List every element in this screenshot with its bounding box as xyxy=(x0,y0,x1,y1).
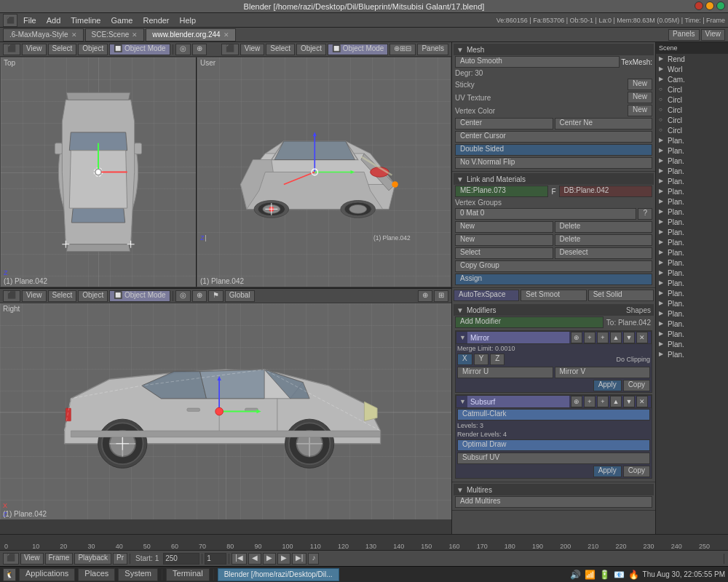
minimize-button[interactable] xyxy=(705,1,714,10)
vp-right-icon1[interactable]: ⬛ xyxy=(221,44,239,55)
tab-close-scene[interactable]: ✕ xyxy=(132,31,138,39)
assign-btn[interactable]: Assign xyxy=(455,274,652,285)
mirror-icon2[interactable]: + xyxy=(584,332,596,343)
taskbar-sysbtn2[interactable]: 📶 xyxy=(585,569,596,581)
outliner-item[interactable]: ○Circl xyxy=(656,84,728,95)
menu-render[interactable]: Render xyxy=(138,15,173,26)
menu-game[interactable]: Game xyxy=(106,15,137,26)
taskbar-sysbtn5[interactable]: 🔥 xyxy=(628,569,640,581)
outliner-item[interactable]: ▶Plan. xyxy=(656,278,728,288)
mirror-icon1[interactable]: ⊕ xyxy=(571,332,582,343)
outliner-item[interactable]: ▶Plan. xyxy=(656,227,728,237)
tl-icon-btn[interactable]: ⬛ xyxy=(3,553,19,565)
outliner-item[interactable]: ▶Plan. xyxy=(656,319,728,329)
y-btn[interactable]: Y xyxy=(474,354,489,365)
tl-skip-start-btn[interactable]: |◀ xyxy=(232,553,247,565)
menu-help[interactable]: Help xyxy=(175,15,201,26)
panels-btn[interactable]: Panels xyxy=(668,29,700,41)
outliner-item[interactable]: ▶Plan. xyxy=(656,135,728,146)
copy-group-btn[interactable]: Copy Group xyxy=(455,260,652,272)
mirror-icon6[interactable]: ✕ xyxy=(636,332,648,343)
places-btn[interactable]: Places xyxy=(78,568,115,581)
menu-timeline[interactable]: Timeline xyxy=(66,15,105,26)
subsurf-icon3[interactable]: + xyxy=(597,396,609,407)
outliner-item[interactable]: ▶Plan. xyxy=(656,166,728,176)
vp-view-btn[interactable]: View xyxy=(22,44,47,55)
active-app[interactable]: Blender [/home/razi/Desktop/Dil... xyxy=(218,568,339,581)
subsurf-header[interactable]: ▼ Subsurf ⊕ + + ▲ ▼ ✕ xyxy=(456,395,652,408)
deselect-btn[interactable]: Deselect xyxy=(555,247,653,259)
subsurf-copy-btn[interactable]: Copy xyxy=(623,466,650,477)
set-smoot-btn[interactable]: Set Smoot xyxy=(521,290,586,301)
taskbar-sysbtn1[interactable]: 🔊 xyxy=(570,569,582,581)
maximize-button[interactable] xyxy=(716,1,725,10)
vp-right-icon4[interactable]: Object xyxy=(296,44,326,55)
outliner-item[interactable]: ▶Plan. xyxy=(656,217,728,227)
outliner-item[interactable]: ○Circl xyxy=(656,115,728,125)
vp-bot-icon[interactable]: ⬛ xyxy=(3,290,20,302)
vp-panels-right[interactable]: Panels xyxy=(417,44,448,55)
subsurf-icon6[interactable]: ✕ xyxy=(636,396,648,407)
vp-select-btn[interactable]: Select xyxy=(48,44,77,55)
outliner-item[interactable]: ▶Plan. xyxy=(656,237,728,247)
tab-style[interactable]: .6-MaxMaya-Style ✕ xyxy=(3,28,84,41)
vp-mode-btn[interactable]: 🔲 Object Mode xyxy=(109,44,170,55)
vp-right-icons[interactable]: ⊕⊞⊟ xyxy=(389,44,416,55)
menu-file[interactable]: File xyxy=(19,15,41,26)
outliner-item[interactable]: ▶Plan. xyxy=(656,288,728,298)
vp-bot-object[interactable]: Object xyxy=(78,290,108,302)
outliner-item[interactable]: ▶Plan. xyxy=(656,258,728,268)
outliner-item[interactable]: ○Circl xyxy=(656,105,728,115)
tl-prev-frame-btn[interactable]: ◀ xyxy=(248,553,261,565)
outliner-item[interactable]: ▶Plan. xyxy=(656,329,728,339)
subsurf-icon4[interactable]: ▲ xyxy=(610,396,622,407)
add-multires-btn[interactable]: Add Multires xyxy=(455,496,652,508)
outliner-item[interactable]: ▶Plan. xyxy=(656,186,728,196)
outliner-item[interactable]: ▶Plan. xyxy=(656,268,728,278)
tl-playback-btn[interactable]: Playback xyxy=(74,553,111,565)
optimal-draw-btn[interactable]: Optimal Draw xyxy=(457,439,650,451)
new-mat-btn[interactable]: New xyxy=(455,221,553,233)
vp-bot-select[interactable]: Select xyxy=(48,290,77,302)
vp-bot-mode[interactable]: 🔲 Object Mode xyxy=(109,290,170,302)
vc-new-btn[interactable]: New xyxy=(628,105,652,116)
outliner-item[interactable]: ▶Plan. xyxy=(656,156,728,166)
close-button[interactable] xyxy=(695,1,703,10)
mat-btn[interactable]: 0 Mat 0 xyxy=(455,208,636,220)
vp-icon3[interactable]: ⊕ xyxy=(192,44,207,55)
outliner-item[interactable]: ○Circl xyxy=(656,95,728,105)
delete-mat-btn[interactable]: Delete xyxy=(555,221,653,233)
vp-icon-btn[interactable]: ⬛ xyxy=(3,44,20,55)
center-new-btn[interactable]: Center Ne xyxy=(555,118,653,129)
terminal-btn[interactable]: Terminal xyxy=(166,568,210,581)
blender-icon[interactable]: ⬛ xyxy=(3,14,17,27)
tl-audio-btn[interactable]: ♪ xyxy=(308,553,319,565)
vp-icon2[interactable]: ◎ xyxy=(175,44,191,55)
outliner-item[interactable]: ▶Plan. xyxy=(656,308,728,319)
subsurf-apply-btn[interactable]: Apply xyxy=(593,466,622,477)
mirror-icon3[interactable]: + xyxy=(597,332,609,343)
mat-question-btn[interactable]: ? xyxy=(638,208,652,220)
outliner-item[interactable]: ▶Plan. xyxy=(656,146,728,156)
center-cursor-btn[interactable]: Center Cursor xyxy=(455,131,652,143)
tl-pr-btn[interactable]: Pr xyxy=(113,553,127,565)
vp-bot-icon3[interactable]: ⊕ xyxy=(192,290,207,302)
taskbar-sysbtn4[interactable]: 📧 xyxy=(614,569,625,581)
vp-object-btn[interactable]: Object xyxy=(78,44,108,55)
no-vnormal-btn[interactable]: No V.Normal Flip xyxy=(455,157,652,169)
sticky-new-btn[interactable]: New xyxy=(628,79,652,90)
outliner-item[interactable]: ▶Plan. xyxy=(656,339,728,349)
vp-bot-view[interactable]: View xyxy=(22,290,47,302)
viewport-top-left[interactable]: Top xyxy=(0,57,197,287)
new-mat-btn2[interactable]: New xyxy=(455,234,553,246)
mirror-copy-btn[interactable]: Copy xyxy=(623,380,650,391)
viewport-top-right[interactable]: User xyxy=(197,57,451,287)
tl-end-input[interactable] xyxy=(163,553,199,565)
subsurf-icon1[interactable]: ⊕ xyxy=(571,396,582,407)
modifiers-header[interactable]: ▼ Modifiers Shapes xyxy=(454,304,654,316)
mesh-header[interactable]: ▼ Mesh xyxy=(454,44,654,55)
view-header-btn[interactable]: View xyxy=(701,29,726,41)
outliner-item[interactable]: ▶Plan. xyxy=(656,176,728,186)
me-btn[interactable]: ME:Plane.073 xyxy=(455,186,548,197)
tl-frame-btn[interactable]: Frame xyxy=(45,553,74,565)
